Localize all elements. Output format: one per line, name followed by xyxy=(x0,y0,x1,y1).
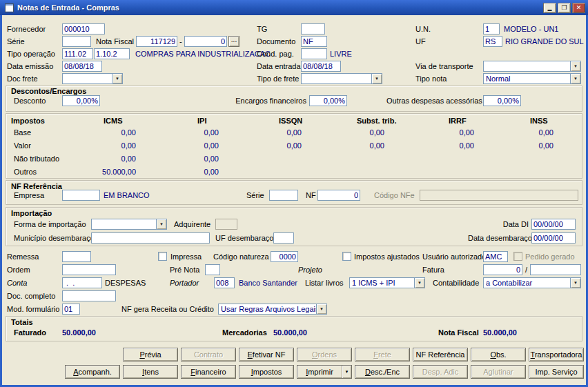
usuario-autorizado-input[interactable] xyxy=(483,251,508,262)
fornecedor-input[interactable] xyxy=(62,23,105,34)
impostos-value: 0,00 xyxy=(409,141,474,150)
fatura-input[interactable] xyxy=(483,264,522,275)
nota-fiscal-serie-input[interactable] xyxy=(184,36,227,47)
button-label: NF Referência xyxy=(416,350,465,359)
serie-label: Série xyxy=(7,37,25,46)
nfref-empresa-input[interactable] xyxy=(62,190,100,201)
desc-enc-button[interactable]: Desc./Enc xyxy=(355,365,410,379)
codigo-natureza-input[interactable] xyxy=(271,251,298,262)
contabilidade-select[interactable]: a Contabilizar ▼ xyxy=(483,277,581,288)
close-button[interactable]: ✕ xyxy=(572,3,585,13)
button-label: Obs. xyxy=(490,350,506,359)
nota-fiscal-numero-input[interactable] xyxy=(136,36,177,47)
municipio-desembaraco-input[interactable] xyxy=(91,232,210,244)
uf-input[interactable] xyxy=(483,36,502,47)
data-emissao-input[interactable] xyxy=(62,61,102,72)
desconto-input[interactable] xyxy=(62,95,100,106)
chevron-down-icon[interactable]: ▼ xyxy=(316,304,326,314)
titlebar-controls: ▬ ❐ ✕ xyxy=(543,3,585,13)
conta-input[interactable] xyxy=(62,277,102,288)
imprimir-button[interactable]: Imprimir▼ xyxy=(297,365,352,379)
tipo-operacao-natureza-input[interactable] xyxy=(94,48,130,59)
tg-label: TG xyxy=(257,25,267,34)
chevron-down-icon[interactable]: ▼ xyxy=(414,278,424,288)
ordem-input[interactable] xyxy=(62,264,116,275)
button-label: Financeiro xyxy=(190,368,226,376)
imp-servico-button[interactable]: Imp. Serviço xyxy=(529,365,584,379)
titlebar: Notas de Entrada - Compras ▬ ❐ ✕ xyxy=(0,0,588,15)
codigo-nfe-label: Código NFe xyxy=(374,191,415,200)
button-label: Impostos xyxy=(251,368,282,376)
impostos-value: 0,00 xyxy=(153,155,219,163)
adquirente-input xyxy=(215,219,237,230)
listar-livros-select[interactable]: 1 ICMS + IPI ▼ xyxy=(349,277,425,288)
nfref-serie-input[interactable] xyxy=(269,190,298,201)
uf-desembaraco-input[interactable] xyxy=(273,232,294,244)
itens-button[interactable]: Itens xyxy=(123,365,178,379)
impostos-value: 0,00 xyxy=(70,128,136,137)
doc-frete-select[interactable]: ▼ xyxy=(62,73,123,84)
impostos-button[interactable]: Impostos xyxy=(239,365,294,379)
via-transporte-select[interactable]: ▼ xyxy=(483,61,581,72)
faturado-value: 50.000,00 xyxy=(62,328,96,337)
nf-referencia-button[interactable]: NF Referência xyxy=(413,348,468,361)
transportadora-button[interactable]: Transportadora xyxy=(529,348,584,361)
financeiro-button[interactable]: Financeiro xyxy=(181,365,236,379)
pre-nota-input[interactable] xyxy=(205,264,220,275)
data-desembaraco-input[interactable] xyxy=(531,232,576,244)
impressa-checkbox[interactable] xyxy=(158,252,167,261)
window-icon xyxy=(5,3,14,12)
serie-input[interactable] xyxy=(62,36,91,47)
municipio-desembaraco-label: Município desembaraço xyxy=(14,234,95,243)
chevron-down-icon[interactable]: ▼ xyxy=(570,74,580,83)
minimize-button[interactable]: ▬ xyxy=(543,3,556,13)
tipo-nota-select[interactable]: Normal ▼ xyxy=(483,73,581,84)
tg-input[interactable] xyxy=(301,23,325,34)
fatura-parcela-input[interactable] xyxy=(530,264,581,275)
chevron-down-icon[interactable]: ▼ xyxy=(112,74,122,83)
impostos-column-header: INSS xyxy=(530,117,548,126)
nfref-serie-label: Série xyxy=(246,191,264,200)
ordem-label: Ordem xyxy=(7,266,30,275)
tipo-frete-select[interactable]: ▼ xyxy=(301,73,382,84)
mod-formulario-input[interactable] xyxy=(62,304,80,315)
data-entrada-input[interactable] xyxy=(301,61,341,72)
chevron-down-icon[interactable]: ▼ xyxy=(570,61,580,71)
cond-pag-label: Cond. pag. xyxy=(257,50,294,59)
nota-fiscal-browse-button[interactable]: ... xyxy=(228,36,239,47)
tipo-nota-label: Tipo nota xyxy=(415,75,447,83)
mercadorias-label: Mercadorias xyxy=(222,328,267,337)
chevron-down-icon[interactable]: ▼ xyxy=(570,278,580,288)
documento-input[interactable] xyxy=(301,36,327,47)
remessa-label: Remessa xyxy=(7,252,39,261)
forma-importacao-select[interactable]: ▼ xyxy=(91,219,167,230)
maximize-button[interactable]: ❐ xyxy=(558,3,571,13)
previa-button[interactable]: Prévia xyxy=(123,348,178,361)
encargos-input[interactable] xyxy=(309,95,347,106)
cond-pag-input[interactable] xyxy=(301,48,327,59)
doc-completo-input[interactable] xyxy=(62,290,116,301)
outras-despesas-input[interactable] xyxy=(483,95,521,106)
portador-input[interactable] xyxy=(214,277,235,288)
chevron-down-icon[interactable]: ▼ xyxy=(371,74,382,83)
impostos-ajustados-checkbox[interactable] xyxy=(342,252,351,261)
tipo-operacao-codigo-input[interactable] xyxy=(62,48,93,59)
nf-gera-select[interactable]: Usar Regras Arquivos Legais ▼ xyxy=(218,304,327,315)
un-input[interactable] xyxy=(483,23,500,34)
remessa-input[interactable] xyxy=(62,251,91,262)
aglutinar-button: Aglutinar xyxy=(471,365,526,379)
imprimir-dropdown-icon[interactable]: ▼ xyxy=(342,366,351,378)
obs-button[interactable]: Obs. xyxy=(471,348,526,361)
nota-fiscal-label: Nota Fiscal xyxy=(96,37,134,46)
fatura-label: Fatura xyxy=(422,266,444,275)
impostos-value: 0,00 xyxy=(153,141,219,150)
importacao-group-title: Importação xyxy=(11,209,52,218)
totais-group-title: Totais xyxy=(11,318,33,327)
acompanh-button[interactable]: Acompanh. xyxy=(65,365,120,379)
chevron-down-icon[interactable]: ▼ xyxy=(156,219,166,229)
impostos-column-header: IRRF xyxy=(449,117,467,126)
data-di-input[interactable] xyxy=(531,219,576,230)
tipo-frete-label: Tipo de frete xyxy=(257,75,299,83)
efetivar-nf-button[interactable]: Efetivar NF xyxy=(239,348,294,361)
nfref-nf-input[interactable] xyxy=(317,190,360,201)
